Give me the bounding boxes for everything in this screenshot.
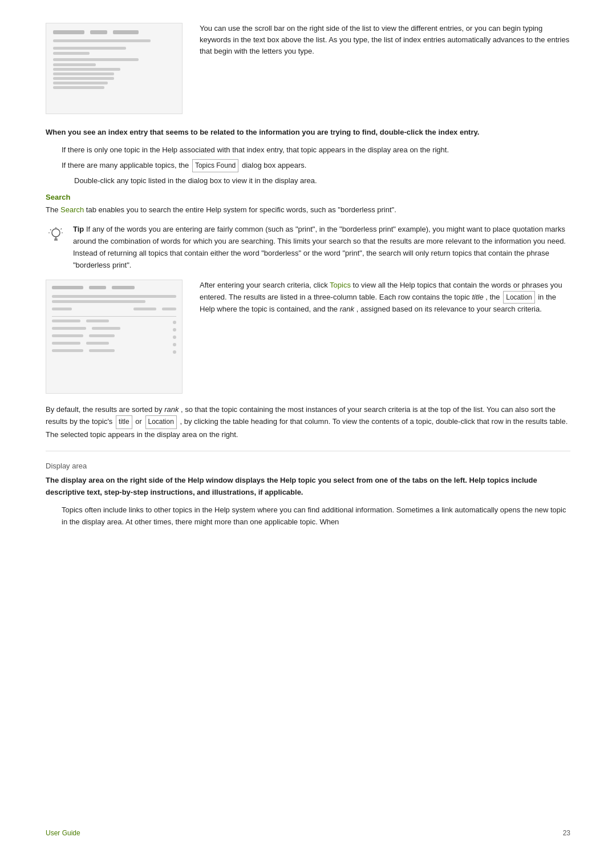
search-intro-after: tab enables you to search the entire Hel… bbox=[86, 205, 396, 214]
footer-left: User Guide bbox=[46, 829, 80, 837]
footer: User Guide 23 bbox=[0, 829, 616, 837]
the-word: , the bbox=[485, 293, 500, 301]
svg-line-5 bbox=[50, 229, 51, 231]
search-tab-link[interactable]: Search bbox=[60, 205, 84, 214]
top-text-content: You can use the scroll bar on the right … bbox=[200, 23, 570, 62]
bottom-section: After entering your search criteria, cli… bbox=[46, 280, 570, 394]
or-text: or bbox=[135, 417, 142, 426]
display-area-para2: Topics often include links to other topi… bbox=[62, 504, 570, 528]
indent-1c-before: Double-click any topic listed in the dia… bbox=[74, 176, 222, 185]
rank-label: rank bbox=[340, 305, 354, 313]
indent-1a: If there is only one topic in the Help a… bbox=[62, 144, 570, 156]
top-section: You can use the scroll bar on the right … bbox=[46, 23, 570, 114]
indent-1c: Double-click any topic listed in the dia… bbox=[74, 175, 570, 187]
sort-paragraph: By default, the results are sorted by ra… bbox=[46, 404, 570, 441]
svg-point-0 bbox=[52, 229, 60, 237]
title-box: title bbox=[116, 415, 132, 428]
search-screenshot bbox=[46, 280, 183, 394]
svg-line-8 bbox=[61, 229, 62, 230]
rank-inline: rank bbox=[164, 405, 179, 414]
sort-para-before: By default, the results are sorted by bbox=[46, 405, 163, 414]
location-inline-box: Location bbox=[145, 415, 177, 428]
title-label: title bbox=[472, 293, 483, 301]
tip-text: If any of the words you are entering are… bbox=[73, 225, 566, 269]
display-area-para2-after: more than one applicable topic. When bbox=[214, 518, 339, 526]
display-area-para1-text: The display area on the right side of th… bbox=[46, 476, 537, 496]
search-heading: Search bbox=[46, 193, 570, 201]
indent-1c-after: to view it in the display area. bbox=[224, 176, 317, 185]
indent-1a-text: If there is only one topic in the Help a… bbox=[62, 145, 449, 154]
display-area-heading: Display area bbox=[46, 462, 570, 470]
divider bbox=[46, 451, 570, 451]
top-paragraph: You can use the scroll bar on the right … bbox=[200, 23, 570, 57]
index-instruction: When you see an index entry that seems t… bbox=[46, 128, 479, 136]
search-result-text: After entering your search criteria, cli… bbox=[200, 280, 570, 320]
search-result-before: After entering your search criteria, cli… bbox=[200, 281, 328, 289]
location-box: Location bbox=[503, 291, 534, 304]
footer-right: 23 bbox=[563, 829, 570, 837]
indent-1b-after: dialog box appears. bbox=[242, 161, 306, 169]
tip-content: Tip If any of the words you are entering… bbox=[73, 224, 570, 271]
search-result-paragraph: After entering your search criteria, cli… bbox=[200, 280, 570, 316]
index-screenshot bbox=[46, 23, 183, 114]
tip-icon bbox=[46, 225, 66, 245]
indent-1b-before: If there are many applicable topics, the bbox=[62, 161, 189, 169]
indent-1b: If there are many applicable topics, the… bbox=[62, 159, 570, 172]
index-instruction-text: When you see an index entry that seems t… bbox=[46, 127, 570, 139]
search-intro: The Search tab enables you to search the… bbox=[46, 204, 570, 216]
tip-label: Tip bbox=[73, 225, 84, 233]
display-area-para1: The display area on the right side of th… bbox=[46, 475, 570, 499]
topics-found-box: Topics Found bbox=[192, 159, 238, 172]
tip-box: Tip If any of the words you are entering… bbox=[46, 224, 570, 271]
search-intro-before: The bbox=[46, 205, 58, 214]
topics-link[interactable]: Topics bbox=[330, 281, 351, 289]
rank-suffix: , assigned based on its relevance to you… bbox=[356, 305, 542, 313]
